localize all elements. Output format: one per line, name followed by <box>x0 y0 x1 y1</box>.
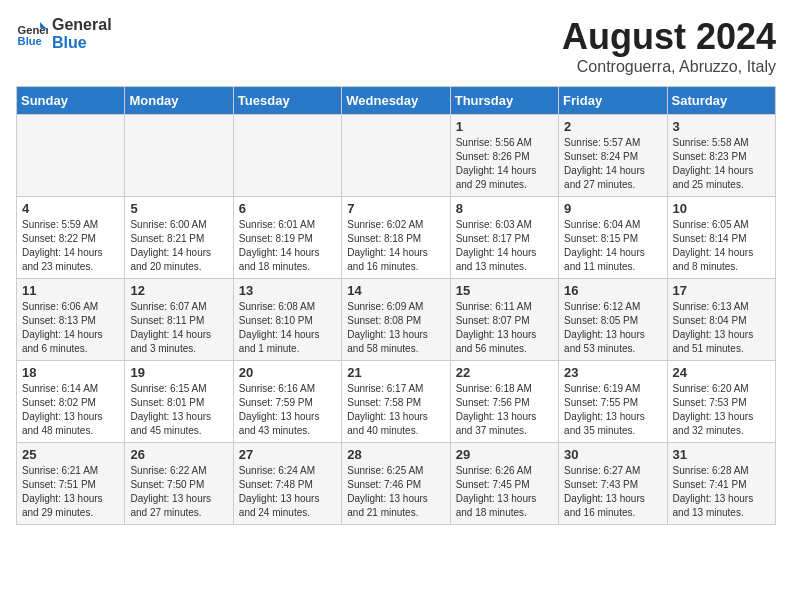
calendar-week-1: 1Sunrise: 5:56 AMSunset: 8:26 PMDaylight… <box>17 115 776 197</box>
location: Controguerra, Abruzzo, Italy <box>562 58 776 76</box>
calendar-cell: 31Sunrise: 6:28 AMSunset: 7:41 PMDayligh… <box>667 443 775 525</box>
header: General Blue General Blue August 2024 Co… <box>16 16 776 76</box>
day-info: Sunrise: 6:27 AMSunset: 7:43 PMDaylight:… <box>564 464 661 520</box>
day-info: Sunrise: 6:07 AMSunset: 8:11 PMDaylight:… <box>130 300 227 356</box>
calendar-cell: 9Sunrise: 6:04 AMSunset: 8:15 PMDaylight… <box>559 197 667 279</box>
day-number: 1 <box>456 119 553 134</box>
calendar-cell: 19Sunrise: 6:15 AMSunset: 8:01 PMDayligh… <box>125 361 233 443</box>
calendar-cell: 6Sunrise: 6:01 AMSunset: 8:19 PMDaylight… <box>233 197 341 279</box>
calendar-cell: 30Sunrise: 6:27 AMSunset: 7:43 PMDayligh… <box>559 443 667 525</box>
day-number: 20 <box>239 365 336 380</box>
calendar-cell: 1Sunrise: 5:56 AMSunset: 8:26 PMDaylight… <box>450 115 558 197</box>
calendar-week-2: 4Sunrise: 5:59 AMSunset: 8:22 PMDaylight… <box>17 197 776 279</box>
logo-icon: General Blue <box>16 18 48 50</box>
day-info: Sunrise: 6:06 AMSunset: 8:13 PMDaylight:… <box>22 300 119 356</box>
day-info: Sunrise: 6:28 AMSunset: 7:41 PMDaylight:… <box>673 464 770 520</box>
day-number: 29 <box>456 447 553 462</box>
calendar-week-3: 11Sunrise: 6:06 AMSunset: 8:13 PMDayligh… <box>17 279 776 361</box>
calendar-cell <box>233 115 341 197</box>
calendar-cell: 7Sunrise: 6:02 AMSunset: 8:18 PMDaylight… <box>342 197 450 279</box>
calendar-cell: 27Sunrise: 6:24 AMSunset: 7:48 PMDayligh… <box>233 443 341 525</box>
calendar-cell: 17Sunrise: 6:13 AMSunset: 8:04 PMDayligh… <box>667 279 775 361</box>
day-info: Sunrise: 5:57 AMSunset: 8:24 PMDaylight:… <box>564 136 661 192</box>
calendar-cell: 26Sunrise: 6:22 AMSunset: 7:50 PMDayligh… <box>125 443 233 525</box>
day-number: 25 <box>22 447 119 462</box>
day-number: 18 <box>22 365 119 380</box>
header-day-friday: Friday <box>559 87 667 115</box>
month-year: August 2024 <box>562 16 776 58</box>
logo-line2: Blue <box>52 34 112 52</box>
calendar-cell: 12Sunrise: 6:07 AMSunset: 8:11 PMDayligh… <box>125 279 233 361</box>
calendar-cell: 8Sunrise: 6:03 AMSunset: 8:17 PMDaylight… <box>450 197 558 279</box>
calendar-week-5: 25Sunrise: 6:21 AMSunset: 7:51 PMDayligh… <box>17 443 776 525</box>
day-info: Sunrise: 6:09 AMSunset: 8:08 PMDaylight:… <box>347 300 444 356</box>
day-info: Sunrise: 6:18 AMSunset: 7:56 PMDaylight:… <box>456 382 553 438</box>
calendar-header: SundayMondayTuesdayWednesdayThursdayFrid… <box>17 87 776 115</box>
calendar-cell: 29Sunrise: 6:26 AMSunset: 7:45 PMDayligh… <box>450 443 558 525</box>
day-number: 3 <box>673 119 770 134</box>
day-info: Sunrise: 6:24 AMSunset: 7:48 PMDaylight:… <box>239 464 336 520</box>
header-day-wednesday: Wednesday <box>342 87 450 115</box>
day-number: 8 <box>456 201 553 216</box>
day-number: 6 <box>239 201 336 216</box>
day-number: 4 <box>22 201 119 216</box>
day-number: 11 <box>22 283 119 298</box>
day-info: Sunrise: 6:15 AMSunset: 8:01 PMDaylight:… <box>130 382 227 438</box>
day-info: Sunrise: 6:20 AMSunset: 7:53 PMDaylight:… <box>673 382 770 438</box>
day-info: Sunrise: 6:04 AMSunset: 8:15 PMDaylight:… <box>564 218 661 274</box>
day-info: Sunrise: 6:19 AMSunset: 7:55 PMDaylight:… <box>564 382 661 438</box>
day-info: Sunrise: 6:12 AMSunset: 8:05 PMDaylight:… <box>564 300 661 356</box>
day-info: Sunrise: 6:13 AMSunset: 8:04 PMDaylight:… <box>673 300 770 356</box>
calendar-cell: 24Sunrise: 6:20 AMSunset: 7:53 PMDayligh… <box>667 361 775 443</box>
day-number: 21 <box>347 365 444 380</box>
day-info: Sunrise: 6:25 AMSunset: 7:46 PMDaylight:… <box>347 464 444 520</box>
calendar-cell: 28Sunrise: 6:25 AMSunset: 7:46 PMDayligh… <box>342 443 450 525</box>
header-day-saturday: Saturday <box>667 87 775 115</box>
calendar-cell: 11Sunrise: 6:06 AMSunset: 8:13 PMDayligh… <box>17 279 125 361</box>
day-number: 24 <box>673 365 770 380</box>
day-info: Sunrise: 6:05 AMSunset: 8:14 PMDaylight:… <box>673 218 770 274</box>
calendar-cell <box>342 115 450 197</box>
day-number: 5 <box>130 201 227 216</box>
day-info: Sunrise: 6:21 AMSunset: 7:51 PMDaylight:… <box>22 464 119 520</box>
day-number: 10 <box>673 201 770 216</box>
header-day-thursday: Thursday <box>450 87 558 115</box>
day-number: 13 <box>239 283 336 298</box>
logo-line1: General <box>52 16 112 34</box>
day-info: Sunrise: 5:56 AMSunset: 8:26 PMDaylight:… <box>456 136 553 192</box>
day-number: 7 <box>347 201 444 216</box>
header-day-monday: Monday <box>125 87 233 115</box>
calendar-cell: 15Sunrise: 6:11 AMSunset: 8:07 PMDayligh… <box>450 279 558 361</box>
day-number: 19 <box>130 365 227 380</box>
day-info: Sunrise: 6:11 AMSunset: 8:07 PMDaylight:… <box>456 300 553 356</box>
calendar-cell: 13Sunrise: 6:08 AMSunset: 8:10 PMDayligh… <box>233 279 341 361</box>
day-number: 15 <box>456 283 553 298</box>
calendar-cell: 5Sunrise: 6:00 AMSunset: 8:21 PMDaylight… <box>125 197 233 279</box>
calendar-cell: 4Sunrise: 5:59 AMSunset: 8:22 PMDaylight… <box>17 197 125 279</box>
header-day-tuesday: Tuesday <box>233 87 341 115</box>
calendar-cell: 22Sunrise: 6:18 AMSunset: 7:56 PMDayligh… <box>450 361 558 443</box>
day-number: 22 <box>456 365 553 380</box>
calendar-cell: 16Sunrise: 6:12 AMSunset: 8:05 PMDayligh… <box>559 279 667 361</box>
day-info: Sunrise: 6:22 AMSunset: 7:50 PMDaylight:… <box>130 464 227 520</box>
calendar-cell <box>17 115 125 197</box>
calendar-cell: 3Sunrise: 5:58 AMSunset: 8:23 PMDaylight… <box>667 115 775 197</box>
day-number: 17 <box>673 283 770 298</box>
day-number: 28 <box>347 447 444 462</box>
day-number: 9 <box>564 201 661 216</box>
day-info: Sunrise: 6:02 AMSunset: 8:18 PMDaylight:… <box>347 218 444 274</box>
calendar-table: SundayMondayTuesdayWednesdayThursdayFrid… <box>16 86 776 525</box>
day-info: Sunrise: 6:17 AMSunset: 7:58 PMDaylight:… <box>347 382 444 438</box>
day-number: 2 <box>564 119 661 134</box>
day-number: 16 <box>564 283 661 298</box>
calendar-cell: 21Sunrise: 6:17 AMSunset: 7:58 PMDayligh… <box>342 361 450 443</box>
day-info: Sunrise: 5:59 AMSunset: 8:22 PMDaylight:… <box>22 218 119 274</box>
calendar-cell <box>125 115 233 197</box>
day-info: Sunrise: 6:08 AMSunset: 8:10 PMDaylight:… <box>239 300 336 356</box>
header-row: SundayMondayTuesdayWednesdayThursdayFrid… <box>17 87 776 115</box>
day-number: 31 <box>673 447 770 462</box>
calendar-cell: 10Sunrise: 6:05 AMSunset: 8:14 PMDayligh… <box>667 197 775 279</box>
day-number: 30 <box>564 447 661 462</box>
calendar-cell: 18Sunrise: 6:14 AMSunset: 8:02 PMDayligh… <box>17 361 125 443</box>
day-info: Sunrise: 6:26 AMSunset: 7:45 PMDaylight:… <box>456 464 553 520</box>
